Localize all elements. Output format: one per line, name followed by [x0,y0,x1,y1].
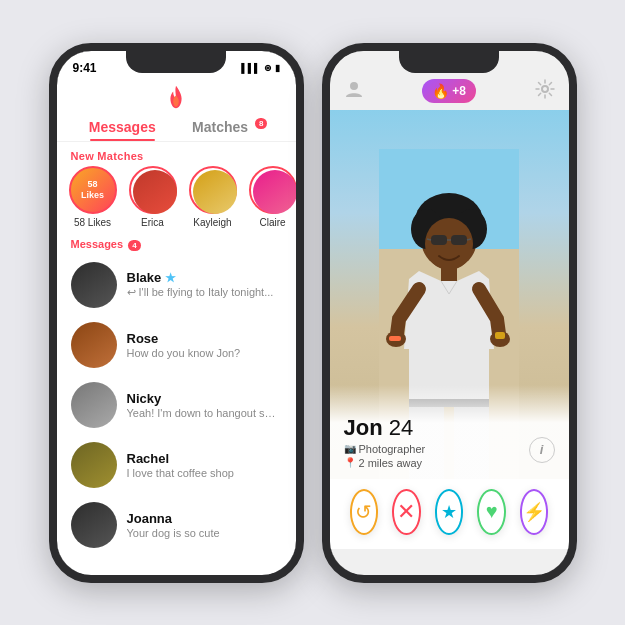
svg-line-12 [427,239,431,240]
profile-header: 🔥 +8 [330,51,569,110]
rachel-avatar [71,442,117,488]
blake-star-icon: ★ [165,271,176,285]
svg-line-13 [467,239,471,240]
svg-point-8 [425,218,473,270]
tab-messages[interactable]: Messages [69,113,177,141]
info-button[interactable]: i [529,437,555,463]
erica-ring [129,166,177,214]
message-item-blake[interactable]: Blake ★ ↩ I'll be flying to Italy tonigh… [57,255,296,315]
wifi-icon: ⊛ [264,63,272,73]
likes-label: 58 Likes [74,217,111,228]
svg-point-0 [350,82,358,90]
profile-screen: 🔥 +8 [330,51,569,575]
erica-name: Erica [141,217,164,228]
match-kayleigh[interactable]: Kayleigh [187,166,239,228]
joanna-name: Joanna [127,511,282,526]
rachel-preview: I love that coffee shop [127,467,282,479]
message-item-joanna[interactable]: Joanna Your dog is so cute [57,495,296,555]
blake-preview: ↩ I'll be flying to Italy tonight... [127,286,282,299]
message-item-nicky[interactable]: Nicky Yeah! I'm down to hangout sunday..… [57,375,296,435]
joanna-preview: Your dog is so cute [127,527,282,539]
svg-rect-10 [451,235,467,245]
tinder-flame-icon [162,83,190,111]
profile-photo: Jon 24 📷 Photographer 📍 2 miles away i [330,99,569,479]
nicky-avatar [71,382,117,428]
lightning-icon: ⚡ [523,501,545,523]
star-icon: ★ [441,501,457,523]
rose-content: Rose How do you know Jon? [127,331,282,359]
kayleigh-avatar [193,170,237,214]
erica-avatar [133,170,177,214]
svg-rect-22 [389,336,401,341]
boost-badge[interactable]: 🔥 +8 [422,79,476,103]
likes-avatar-circle: 58Likes [69,166,117,214]
joanna-avatar [71,502,117,548]
left-phone: 9:41 ▌▌▌ ⊛ ▮ Messages Matches 8 [49,43,304,583]
nope-button[interactable]: ✕ [392,489,421,535]
undo-icon: ↺ [355,500,372,524]
likes-avatar-item[interactable]: 58Likes 58 Likes [67,166,119,228]
likes-count: 58Likes [81,179,104,201]
super-like-button[interactable]: ★ [435,489,464,535]
profile-name-age: Jon 24 [344,415,555,441]
svg-rect-9 [431,235,447,245]
boost-button[interactable]: ⚡ [520,489,549,535]
svg-point-1 [542,86,548,92]
action-bar: ↺ ✕ ★ ♥ ⚡ [330,479,569,549]
profile-age: 24 [389,415,413,440]
svg-rect-14 [441,267,457,281]
status-time: 9:41 [73,61,97,75]
heart-icon: ♥ [486,500,498,523]
status-icons: ▌▌▌ ⊛ ▮ [241,63,279,73]
nope-icon: ✕ [397,499,415,525]
flame-icon: 🔥 [432,83,449,99]
joanna-content: Joanna Your dog is so cute [127,511,282,539]
svg-rect-21 [495,332,505,339]
boost-count: +8 [452,84,466,98]
blake-content: Blake ★ ↩ I'll be flying to Italy tonigh… [127,270,282,299]
claire-name: Claire [259,217,285,228]
rose-name: Rose [127,331,282,346]
message-item-rose[interactable]: Rose How do you know Jon? [57,315,296,375]
tab-matches[interactable]: Matches 8 [176,113,284,141]
message-list: Blake ★ ↩ I'll be flying to Italy tonigh… [57,255,296,575]
new-matches-row: 58Likes 58 Likes Erica Kayleigh [57,166,296,236]
signal-icon: ▌▌▌ [241,63,260,73]
match-erica[interactable]: Erica [127,166,179,228]
battery-icon: ▮ [275,63,280,73]
messages-section-label: Messages 4 [57,236,296,255]
blake-name: Blake ★ [127,270,282,285]
user-icon[interactable] [344,79,364,104]
status-bar: 9:41 ▌▌▌ ⊛ ▮ [57,51,296,79]
messages-screen: 9:41 ▌▌▌ ⊛ ▮ Messages Matches 8 [57,51,296,575]
profile-info-overlay: Jon 24 📷 Photographer 📍 2 miles away i [330,385,569,479]
claire-ring [249,166,296,214]
match-claire[interactable]: Claire [247,166,296,228]
settings-icon[interactable] [535,79,555,104]
tab-bar: Messages Matches 8 [57,113,296,142]
right-phone: 🔥 +8 [322,43,577,583]
claire-avatar [253,170,296,214]
profile-distance: 📍 2 miles away [344,457,555,469]
profile-name: Jon [344,415,383,440]
rose-preview: How do you know Jon? [127,347,282,359]
like-button[interactable]: ♥ [477,489,506,535]
message-item-rachel[interactable]: Rachel I love that coffee shop [57,435,296,495]
profile-occupation: 📷 Photographer [344,443,555,455]
nicky-name: Nicky [127,391,282,406]
blake-avatar [71,262,117,308]
rachel-content: Rachel I love that coffee shop [127,451,282,479]
rachel-name: Rachel [127,451,282,466]
matches-badge: 8 [255,118,267,129]
tinder-logo [57,79,296,113]
pin-icon: 📍 [344,457,356,468]
nicky-preview: Yeah! I'm down to hangout sunday... [127,407,282,419]
kayleigh-name: Kayleigh [193,217,231,228]
new-matches-label: New Matches [57,144,296,166]
undo-button[interactable]: ↺ [350,489,379,535]
nicky-content: Nicky Yeah! I'm down to hangout sunday..… [127,391,282,419]
messages-count-badge: 4 [128,240,140,251]
camera-icon: 📷 [344,443,356,454]
kayleigh-ring [189,166,237,214]
rose-avatar [71,322,117,368]
